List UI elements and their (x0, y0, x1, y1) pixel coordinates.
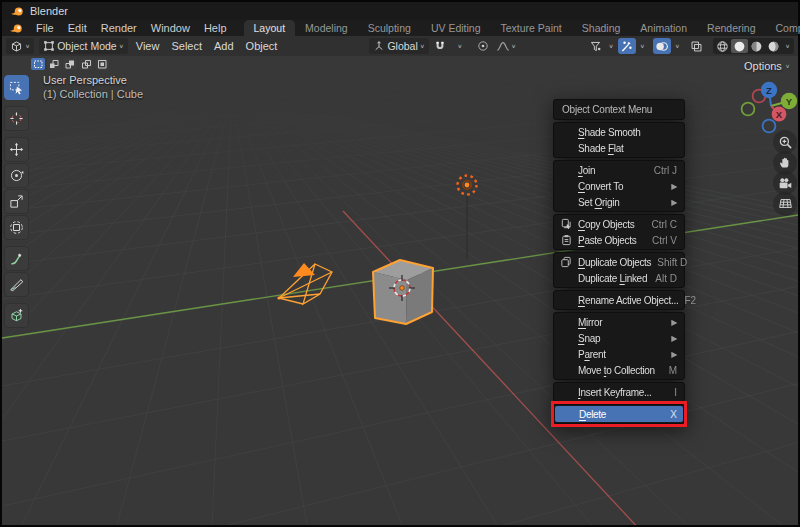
toggle-xray-toggle[interactable] (688, 38, 706, 54)
editor-type-button[interactable]: ∨ (6, 38, 34, 54)
menu-window[interactable]: Window (144, 22, 197, 36)
tool-scale-button[interactable] (4, 189, 29, 214)
context-menu-section: DeleteX (553, 404, 685, 424)
gizmos-dropdown[interactable]: ∨ (638, 43, 647, 49)
context-menu-section: Insert Keyframe...I (553, 382, 685, 402)
chevron-down-icon: ∨ (119, 43, 124, 49)
workspace-tabs: LayoutModelingSculptingUV EditingTexture… (244, 20, 800, 36)
viewport-menu-object[interactable]: Object (240, 40, 284, 52)
menu-item-copy-objects[interactable]: Copy ObjectsCtrl C (554, 216, 684, 232)
menu-item-shade-flat[interactable]: Shade Flat (554, 140, 684, 156)
menu-item-join[interactable]: JoinCtrl J (554, 162, 684, 178)
tab-rendering[interactable]: Rendering (697, 20, 765, 36)
annotate-icon (9, 251, 24, 266)
submenu-arrow-icon: ▶ (671, 198, 677, 207)
tool-rotate-button[interactable] (4, 163, 29, 188)
svg-text:X: X (776, 109, 783, 120)
overlays-dropdown[interactable]: ∨ (673, 43, 682, 49)
select-mode-intersect[interactable] (95, 58, 109, 70)
options-dropdown[interactable]: Options ∨ (744, 60, 790, 72)
top-menus: FileEditRenderWindowHelp (29, 18, 234, 36)
select-mode-subtract[interactable] (63, 58, 77, 70)
menu-render[interactable]: Render (94, 22, 144, 36)
overlays-toggle[interactable] (653, 38, 671, 54)
menu-item-label: Shade Smooth (578, 127, 641, 138)
shading-solid-button[interactable] (731, 39, 748, 53)
tab-sculpting[interactable]: Sculpting (358, 20, 421, 36)
gizmos-toggle[interactable] (618, 38, 636, 54)
viewport-menu-add[interactable]: Add (208, 40, 240, 52)
menu-item-label: Move to Collection (578, 365, 655, 376)
editor-3d-viewport-icon (10, 40, 23, 53)
proportional-editing-icon (477, 40, 489, 52)
chevron-down-icon: ∨ (25, 43, 30, 49)
viewport-menu-select[interactable]: Select (165, 40, 208, 52)
shading-material-preview-button[interactable] (748, 39, 765, 53)
measure-icon (9, 277, 24, 292)
menu-item-insert-keyframe[interactable]: Insert Keyframe...I (554, 384, 684, 400)
menu-item-duplicate-linked[interactable]: Duplicate LinkedAlt D (554, 270, 684, 286)
menu-edit[interactable]: Edit (61, 22, 94, 36)
falloff-dropdown[interactable]: ∨ (494, 38, 518, 54)
show-hide-toggle[interactable] (587, 38, 605, 54)
menu-help[interactable]: Help (197, 22, 234, 36)
shading-rendered-button[interactable] (765, 39, 782, 53)
menu-item-set-origin[interactable]: Set Origin▶ (554, 194, 684, 210)
show-hide-icon (589, 40, 602, 53)
shading-material-preview-icon (750, 40, 763, 53)
tool-cursor-button[interactable] (4, 106, 29, 131)
tool-select-box-button[interactable] (4, 75, 29, 100)
camera-object (277, 263, 332, 304)
viewport-menu-view[interactable]: View (130, 40, 166, 52)
orientation-dropdown[interactable]: Global ∨ (369, 38, 428, 54)
menu-item-label: Rename Active Object... (578, 295, 678, 306)
menu-item-snap[interactable]: Snap▶ (554, 330, 684, 346)
mode-dropdown[interactable]: Object Mode ∨ (39, 38, 128, 54)
tab-shading[interactable]: Shading (572, 20, 631, 36)
navigation-gizmo[interactable]: Z Y X (739, 74, 798, 138)
tool-transform-button[interactable] (4, 215, 29, 240)
menu-item-duplicate-objects[interactable]: Duplicate ObjectsShift D (554, 254, 684, 270)
nav-toggle-grid-button[interactable] (773, 192, 797, 216)
menu-item-move-to-collection[interactable]: Move to CollectionM (554, 362, 684, 378)
menu-item-delete[interactable]: DeleteX (555, 406, 683, 422)
snapping-dropdown[interactable]: ∨ (451, 38, 469, 54)
pan-icon (778, 155, 793, 170)
menu-item-parent[interactable]: Parent▶ (554, 346, 684, 362)
tool-measure-button[interactable] (4, 272, 29, 297)
blender-logo-icon (10, 5, 24, 18)
select-box-icon (9, 80, 24, 95)
select-mode-invert[interactable] (79, 58, 93, 70)
tool-annotate-button[interactable] (4, 246, 29, 271)
context-menu-section: Mirror▶Snap▶Parent▶Move to CollectionM (553, 312, 685, 380)
mode-label: Object Mode (57, 40, 117, 52)
snapping-toggle[interactable] (431, 38, 449, 54)
svg-text:Y: Y (786, 96, 793, 107)
select-mode-extend[interactable] (47, 58, 61, 70)
shading-wireframe-button[interactable] (714, 39, 731, 53)
tab-compositing[interactable]: Compositing (766, 20, 800, 36)
tab-texture-paint[interactable]: Texture Paint (491, 20, 572, 36)
menu-item-paste-objects[interactable]: Paste ObjectsCtrl V (554, 232, 684, 248)
menu-item-convert-to[interactable]: Convert To▶ (554, 178, 684, 194)
show-hide-dropdown[interactable]: ∨ (607, 43, 616, 49)
proportional-editing-toggle[interactable] (474, 38, 492, 54)
tab-modeling[interactable]: Modeling (295, 20, 358, 36)
shading-dropdown[interactable]: ∨ (782, 43, 793, 49)
app-menu-button[interactable] (2, 22, 29, 36)
select-mode-set[interactable] (31, 58, 45, 70)
tab-uv-editing[interactable]: UV Editing (421, 20, 491, 36)
tab-layout[interactable]: Layout (244, 20, 296, 36)
menu-item-shade-smooth[interactable]: Shade Smooth (554, 124, 684, 140)
tool-move-button[interactable] (4, 137, 29, 162)
menu-shortcut: F2 (678, 295, 696, 306)
menu-item-mirror[interactable]: Mirror▶ (554, 314, 684, 330)
viewport-overlay-text: User Perspective (1) Collection | Cube (43, 74, 143, 100)
menu-file[interactable]: File (29, 22, 61, 36)
tab-animation[interactable]: Animation (630, 20, 697, 36)
menu-item-rename-active-object[interactable]: Rename Active Object...F2 (554, 292, 684, 308)
tool-add-cube-button[interactable] (4, 303, 29, 328)
3d-viewport[interactable]: User Perspective (1) Collection | Cube O… (2, 56, 798, 525)
menu-shortcut: Ctrl V (646, 235, 677, 246)
move-icon (9, 142, 24, 157)
